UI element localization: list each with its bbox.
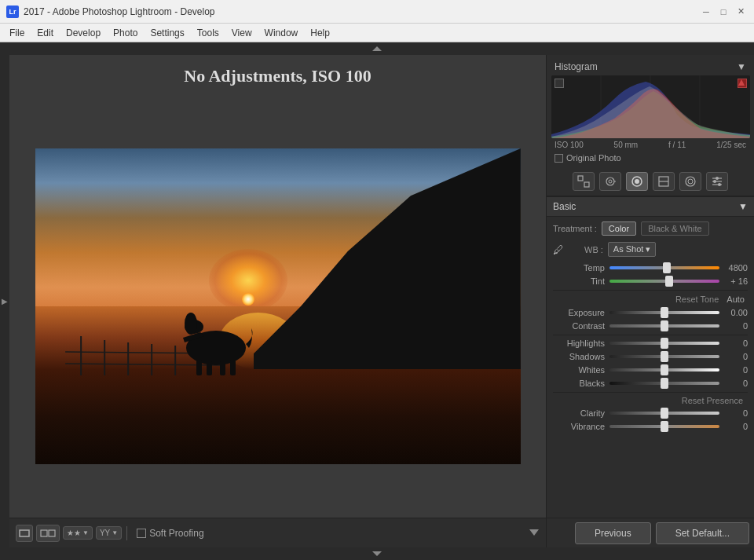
- view-compare-button[interactable]: [36, 525, 60, 542]
- clarity-value: 0: [719, 408, 748, 418]
- bottom-panel-toggle[interactable]: [0, 547, 754, 560]
- tint-label: Tint: [553, 276, 609, 286]
- svg-rect-17: [230, 360, 236, 375]
- clip-shadow-indicator[interactable]: [555, 79, 564, 88]
- contrast-slider[interactable]: [609, 324, 719, 328]
- menu-develop[interactable]: Develop: [60, 26, 107, 40]
- right-scroll-area[interactable]: Basic ▼ Treatment : Color Black & White …: [547, 196, 754, 518]
- exposure-thumb[interactable]: [661, 307, 668, 318]
- maximize-button[interactable]: □: [716, 5, 730, 19]
- minimize-button[interactable]: ─: [699, 5, 713, 19]
- focal-info: 50 mm: [614, 141, 639, 149]
- flag-dropdown[interactable]: YY▼: [96, 526, 122, 540]
- clarity-slider[interactable]: [609, 412, 719, 415]
- tool-radial[interactable]: [679, 172, 701, 191]
- contrast-label: Contrast: [553, 321, 609, 331]
- svg-marker-1: [254, 148, 521, 369]
- menu-window[interactable]: Window: [258, 26, 305, 40]
- app-icon: Lr: [6, 5, 19, 18]
- tool-crop[interactable]: [573, 172, 595, 191]
- center-panel: No Adjustments, ISO 100: [9, 55, 546, 547]
- original-photo-label: Original Photo: [566, 153, 621, 163]
- photo-frame: [35, 148, 521, 464]
- svg-rect-14: [196, 360, 202, 375]
- treatment-color-button[interactable]: Color: [602, 221, 636, 236]
- rating-dropdown[interactable]: ★★▼: [63, 526, 93, 540]
- highlights-slider[interactable]: [609, 342, 719, 345]
- tint-slider[interactable]: [609, 280, 719, 283]
- svg-rect-28: [578, 176, 583, 181]
- shutter-info: 1/25 sec: [716, 141, 746, 149]
- menu-settings[interactable]: Settings: [144, 26, 190, 40]
- wb-dropdown[interactable]: As Shot ▾: [608, 242, 657, 257]
- shadows-slider[interactable]: [609, 355, 719, 358]
- wb-label: WB :: [584, 245, 603, 254]
- menu-file[interactable]: File: [3, 26, 31, 40]
- tool-redeye[interactable]: [626, 172, 648, 191]
- highlights-thumb[interactable]: [661, 338, 668, 349]
- svg-point-38: [688, 179, 693, 184]
- tool-spot[interactable]: [599, 172, 621, 191]
- reset-tone-label: Reset Tone: [675, 295, 719, 304]
- whites-slider[interactable]: [609, 368, 719, 372]
- shadows-slider-row: Shadows 0: [553, 352, 748, 361]
- whites-thumb[interactable]: [661, 364, 668, 375]
- soft-proofing-checkbox[interactable]: [137, 529, 146, 538]
- left-panel-toggle[interactable]: ▶: [0, 55, 9, 547]
- menu-tools[interactable]: Tools: [191, 26, 225, 40]
- reset-tone-row: Reset Tone Auto: [553, 294, 748, 305]
- tint-thumb[interactable]: [665, 276, 673, 287]
- set-default-button[interactable]: Set Default...: [656, 522, 749, 544]
- left-expand-icon: ▶: [2, 297, 8, 306]
- toolbar-separator-1: [126, 526, 127, 540]
- treatment-bw-button[interactable]: Black & White: [641, 221, 708, 236]
- whites-slider-row: Whites 0: [553, 365, 748, 375]
- svg-marker-45: [372, 551, 382, 556]
- blacks-slider[interactable]: [609, 382, 719, 385]
- soft-proofing-toggle[interactable]: Soft Proofing: [137, 528, 203, 539]
- temp-slider[interactable]: [609, 266, 719, 269]
- blacks-thumb[interactable]: [661, 378, 668, 389]
- clarity-slider-row: Clarity 0: [553, 408, 748, 418]
- clarity-thumb[interactable]: [661, 408, 668, 419]
- vibrance-slider[interactable]: [609, 425, 719, 428]
- view-loupe-button[interactable]: [16, 525, 33, 542]
- menu-view[interactable]: View: [225, 26, 258, 40]
- previous-button[interactable]: Previous: [575, 522, 651, 544]
- clip-highlight-indicator[interactable]: [738, 79, 747, 88]
- basic-section-header[interactable]: Basic ▼: [547, 196, 754, 217]
- exposure-slider[interactable]: [609, 311, 719, 314]
- auto-button[interactable]: Auto: [723, 294, 748, 305]
- camera-info: ISO 100 50 mm f / 11 1/25 sec: [550, 138, 751, 152]
- divider-1: [553, 290, 748, 291]
- exposure-slider-row: Exposure 0.00: [553, 308, 748, 317]
- soft-proofing-label: Soft Proofing: [149, 528, 203, 539]
- svg-rect-29: [584, 182, 589, 187]
- menu-edit[interactable]: Edit: [31, 26, 60, 40]
- toolbar-collapse-button[interactable]: [529, 528, 540, 539]
- svg-rect-15: [207, 361, 212, 375]
- highlights-label: Highlights: [553, 339, 609, 348]
- tool-adjustments[interactable]: [706, 172, 728, 191]
- tool-gradient[interactable]: [653, 172, 675, 191]
- temp-thumb[interactable]: [663, 262, 671, 273]
- window-title: 2017 - Adobe Photoshop Lightroom - Devel…: [24, 6, 699, 17]
- contrast-thumb[interactable]: [661, 320, 668, 331]
- whites-value: 0: [719, 365, 748, 375]
- menu-help[interactable]: Help: [304, 26, 336, 40]
- aperture-info: f / 11: [668, 141, 686, 149]
- svg-point-37: [686, 177, 695, 186]
- whites-label: Whites: [553, 365, 609, 375]
- menu-photo[interactable]: Photo: [107, 26, 144, 40]
- horse-silhouette: [161, 289, 271, 375]
- original-photo-checkbox[interactable]: [555, 154, 563, 163]
- vibrance-thumb[interactable]: [661, 421, 668, 432]
- blacks-label: Blacks: [553, 379, 609, 388]
- eyedropper-tool[interactable]: 🖊: [553, 243, 566, 256]
- histogram-canvas: [551, 75, 750, 138]
- histogram-collapse-icon[interactable]: ▼: [737, 61, 746, 72]
- top-panel-toggle[interactable]: [0, 42, 754, 55]
- shadows-thumb[interactable]: [661, 351, 668, 362]
- original-photo-row: Original Photo: [550, 152, 751, 164]
- close-button[interactable]: ✕: [734, 5, 748, 19]
